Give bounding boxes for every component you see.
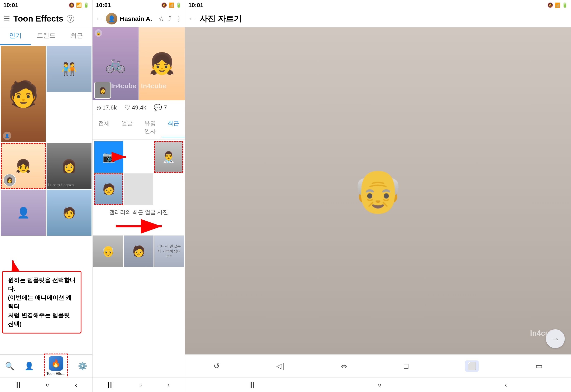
photo-grid: 📷 👨‍⚕️ 🧑 (93, 140, 184, 206)
nav-profile[interactable]: 👤 (24, 362, 34, 370)
panel-crop: 10:01 🔕 📶 🔋 ← 사진 자르기 👴 In4cube → ↺ ◁| ⇔ … (185, 0, 571, 392)
help-icon[interactable]: ? (67, 15, 74, 23)
android-back[interactable]: ‹ (75, 381, 77, 389)
notif-icon-2: 🔕 (161, 2, 167, 8)
crop-title: 사진 자르기 (200, 13, 242, 24)
crop-tool-rotate[interactable]: ↺ (214, 362, 220, 370)
heart-icon: ♡ (124, 104, 130, 112)
template-extra-2[interactable]: 🧑 (47, 190, 91, 236)
app-title: Toon Effects (13, 14, 63, 23)
template-extra-1[interactable]: 👤 (1, 190, 46, 236)
gallery-label: 갤러리의 최근 얼굴 사진 (93, 206, 185, 218)
photo-row2-2[interactable]: 🧑 (124, 235, 154, 267)
photo-row2-1[interactable]: 👴 (93, 235, 123, 267)
android-recent-3[interactable]: ||| (249, 381, 254, 389)
shares-stat: ⎋ 17.6k (97, 104, 117, 112)
filter-celebrity[interactable]: 유명 인사 (139, 117, 162, 137)
app-label: Toon Effe... (46, 372, 65, 376)
status-bar-2: 10:01 🔕 📶 🔋 (93, 0, 185, 11)
photo-grid-2: 👴 🧑 어디서 만났는지 기억하십니까? (93, 235, 185, 268)
likes-count: 49.4k (132, 104, 146, 111)
post-img-thumbnail: 👩 (94, 82, 111, 99)
filter-all[interactable]: 전체 (93, 117, 116, 137)
next-arrow-icon: → (551, 334, 559, 344)
android-back-2[interactable]: ‹ (168, 381, 170, 389)
crop-tool-square-2[interactable]: ⬜ (465, 361, 479, 372)
template-anime-girl[interactable]: 👧 👩 (1, 143, 46, 189)
android-home-2[interactable]: ○ (138, 381, 142, 389)
crop-toolbar: ↺ ◁| ⇔ □ ⬜ ▭ (185, 354, 571, 377)
likes-stat: ♡ 49.4k (124, 104, 146, 112)
filter-face[interactable]: 얼굴 (116, 117, 139, 137)
wifi-icon: 📶 (76, 2, 82, 8)
more-icon[interactable]: ⋮ (176, 15, 182, 22)
username: Hasnain A. (120, 15, 156, 22)
tab-recent[interactable]: 최근 (62, 27, 92, 45)
photo-grid-area: 📷 👨‍⚕️ 🧑 (93, 140, 185, 206)
android-recent-2[interactable]: ||| (108, 381, 113, 389)
template-comic-boy[interactable]: 🧑 👤 (1, 46, 46, 142)
post-img-right: 👧 In4cube (139, 27, 185, 100)
nav-toon-effects[interactable]: 🔥 Toon Effe... (44, 354, 68, 378)
tab-popular[interactable]: 인기 (0, 27, 31, 45)
nav-search[interactable]: 🔍 (5, 362, 14, 370)
post-images: 🚲 👩 🔒 In4cube 👧 In4cube (93, 27, 185, 100)
notif-icon-3: 🔕 (547, 2, 553, 8)
template-bw-woman[interactable]: 👩 Lucero Hogaza (47, 143, 91, 189)
status-icons-2: 🔕 📶 🔋 (161, 2, 182, 8)
nav-settings[interactable]: ⚙️ (78, 362, 87, 370)
post-stats: ⎋ 17.6k ♡ 49.4k 💬 7 (93, 100, 185, 115)
template-grid: 🧑 👤 🧑‍🤝‍🧑 👧 👩 👩 Lucero Hogaza (0, 45, 92, 236)
android-back-3[interactable]: ‹ (505, 381, 507, 389)
android-home-3[interactable]: ○ (378, 381, 381, 389)
crop-tool-rect[interactable]: ▭ (535, 362, 542, 370)
arrow-area (93, 218, 185, 235)
android-nav-1: ||| ○ ‹ (0, 377, 92, 392)
notification-icon: 🔕 (69, 2, 74, 8)
status-bar-1: 10:01 🔕 📶 🔋 (0, 0, 92, 11)
filter-recent[interactable]: 최근 (162, 117, 185, 137)
android-recent[interactable]: ||| (15, 381, 20, 389)
crop-next-button[interactable]: → (546, 329, 565, 348)
android-nav-2: ||| ○ ‹ (93, 377, 185, 392)
share-icon[interactable]: ⤴ (168, 15, 171, 22)
battery-icon: 🔋 (83, 2, 89, 8)
status-time-3: 10:01 (188, 2, 203, 9)
user-avatar: 👤 (106, 13, 117, 24)
image-grid-area: 🧑 👤 🧑‍🤝‍🧑 👧 👩 👩 Lucero Hogaza (0, 45, 92, 354)
app-icon: 🔥 (49, 356, 63, 371)
panel-toon-effects: 10:01 🔕 📶 🔋 ☰ Toon Effects ? 인기 트렌드 최근 🧑 (0, 0, 93, 392)
photo-man-outdoor[interactable]: 🧑 (94, 174, 123, 205)
star-icon[interactable]: ☆ (158, 15, 164, 22)
tab-trend[interactable]: 트렌드 (31, 27, 61, 45)
crop-header: ← 사진 자르기 (185, 11, 571, 27)
template-couple[interactable]: 🧑‍🤝‍🧑 (47, 46, 91, 92)
battery-icon-2: 🔋 (176, 2, 182, 8)
comment-icon: 💬 (154, 104, 162, 112)
template-icon-comic: 👤 (3, 132, 11, 140)
app-header-1: ☰ Toon Effects ? (0, 11, 92, 27)
photo-cell-arrow-area (124, 141, 153, 173)
wifi-icon-2: 📶 (169, 2, 174, 8)
arrow-svg-3 (107, 219, 170, 234)
back-icon-3[interactable]: ← (188, 14, 196, 23)
menu-icon[interactable]: ☰ (3, 15, 10, 23)
bottom-nav-1: 🔍 👤 🔥 Toon Effe... ⚙️ (0, 354, 92, 377)
photo-empty (124, 174, 153, 205)
android-home[interactable]: ○ (46, 381, 49, 389)
post-actions: ☆ ⤴ ⋮ (158, 15, 182, 22)
photo-man-doctor[interactable]: 👨‍⚕️ (154, 141, 183, 173)
crop-tool-flip[interactable]: ◁| (276, 362, 284, 370)
back-icon-2[interactable]: ← (95, 14, 103, 23)
crop-tool-square-1[interactable]: □ (404, 362, 409, 370)
photo-row2-3[interactable]: 어디서 만났는지 기억하십니까? (154, 235, 184, 267)
crop-tool-aspect[interactable]: ⇔ (341, 362, 347, 370)
arrow-svg-2 (112, 151, 128, 163)
filter-tabs: 전체 얼굴 유명 인사 최근 (93, 115, 185, 140)
share-stat-icon: ⎋ (97, 104, 101, 112)
spacer (93, 268, 185, 377)
comments-count: 7 (164, 104, 167, 111)
battery-icon-3: 🔋 (562, 2, 568, 8)
post-header: ← 👤 Hasnain A. ☆ ⤴ ⋮ (93, 11, 185, 27)
watermark-left: In4cube (111, 82, 136, 90)
